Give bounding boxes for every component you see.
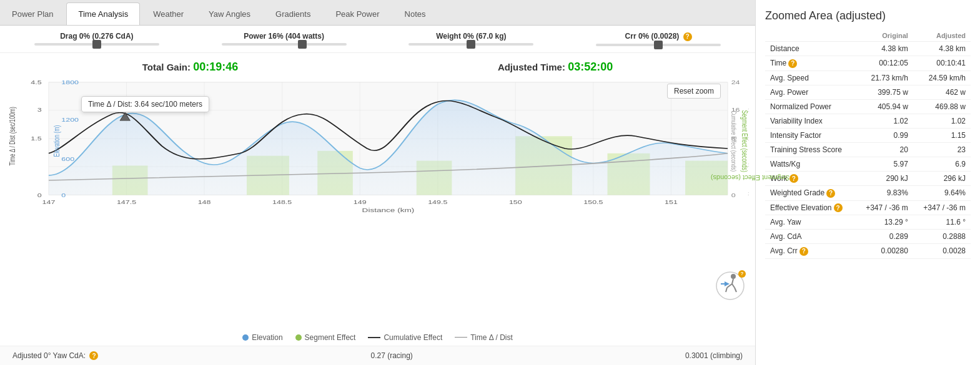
stat-label: Training Stress Score [765,142,856,157]
svg-text:1200: 1200 [61,116,79,122]
stat-original: 405.94 w [856,99,913,114]
cyclist-help-icon[interactable]: ? [738,270,746,278]
svg-text:147.5: 147.5 [117,198,136,205]
svg-text:0: 0 [61,192,66,198]
tab-weather[interactable]: Weather [141,2,196,25]
svg-text:149.5: 149.5 [428,198,447,205]
stat-original: 5.97 [856,157,913,171]
svg-text:Segment Effect (seconds): Segment Effect (seconds) [740,110,749,172]
chart-container[interactable]: 4.5 3 1.5 0 1800 1200 600 0 24 16 8 0 12… [0,77,755,329]
stat-adjusted: 23 [913,142,971,157]
stat-original: 13.29 ° [856,215,913,230]
stat-label: Weighted Grade? [765,186,856,201]
right-panel-title: Zoomed Area (adjusted) [765,9,971,22]
stat-original: 0.99 [856,128,913,142]
reset-zoom-button[interactable]: Reset zoom [667,84,721,99]
drag-slider[interactable] [34,43,159,46]
stat-original: 1.02 [856,114,913,128]
legend-elevation-dot [242,334,249,341]
stat-adjusted: 0.0028 [913,244,971,259]
svg-text:0: 0 [37,192,42,198]
bottom-bar: Adjusted 0° Yaw CdA: ? 0.27 (racing) 0.3… [0,346,755,366]
yaw-cda-label: Adjusted 0° Yaw CdA: [12,351,86,360]
svg-line-54 [732,279,733,284]
stat-adjusted: 9.64% [913,186,971,201]
tab-notes[interactable]: Notes [393,2,438,25]
adjusted-time-item: Adjusted Time: 03:52:00 [498,61,613,74]
legend-cumulative: Cumulative Effect [368,333,442,342]
stat-adjusted: 24.59 km/h [913,71,971,85]
col-adjusted: Adjusted [913,30,971,42]
tab-gradients[interactable]: Gradients [264,2,322,25]
sliders-row: Drag 0% (0.276 CdA) Power 16% (404 watts… [0,26,755,53]
stats-row: Avg. CdA0.2890.2888 [765,230,971,244]
bottom-center: 0.27 (racing) [371,351,413,361]
crr-label: Crr 0% (0.0028) ? [625,32,692,41]
svg-text:150: 150 [509,198,522,205]
crr-slider-group: Crr 0% (0.0028) ? [574,32,743,46]
svg-text:151: 151 [665,198,678,205]
segment-effect-label: Segment Effect (seconds) [711,174,789,182]
power-slider[interactable] [222,43,347,46]
svg-text:149: 149 [354,198,367,205]
stat-label: Distance [765,42,856,56]
tab-time-analysis[interactable]: Time Analysis [66,2,140,25]
stats-row: Avg. Crr?0.002800.0028 [765,244,971,259]
stats-row: Intensity Factor0.991.15 [765,128,971,142]
svg-text:1.5: 1.5 [31,135,41,141]
svg-line-56 [732,284,735,288]
yaw-cda-help-icon[interactable]: ? [89,351,98,360]
legend-elevation: Elevation [242,333,282,342]
stat-original: 0.00280 [856,244,913,259]
tab-power-plan[interactable]: Power Plan [0,2,65,25]
total-gain-label: Total Gain: [142,62,191,72]
stat-original: +347 / -36 m [856,200,913,215]
stat-help-icon[interactable]: ? [826,189,835,198]
svg-text:Distance (km): Distance (km) [362,207,415,213]
right-panel: Zoomed Area (adjusted) Original Adjusted… [755,0,980,365]
tab-peak-power[interactable]: Peak Power [324,2,391,25]
stat-adjusted: 462 w [913,85,971,99]
svg-text:148.5: 148.5 [272,198,292,205]
total-gain-item: Total Gain: 00:19:46 [142,61,238,74]
stat-label: Intensity Factor [765,128,856,142]
weight-label: Weight 0% (67.0 kg) [436,32,506,41]
adjusted-time-value: 03:52:00 [568,61,613,73]
stats-table: Original Adjusted Distance4.38 km4.38 km… [765,30,971,259]
svg-text:147: 147 [42,198,56,205]
stat-adjusted: 469.88 w [913,99,971,114]
legend-timedelta: Time Δ / Dist [455,333,513,342]
stats-row: Effective Elevation?+347 / -36 m+347 / -… [765,200,971,215]
stat-label: Avg. Power [765,85,856,99]
stat-help-icon[interactable]: ? [799,247,808,256]
crr-slider[interactable] [596,44,721,46]
stat-original: 9.83% [856,186,913,201]
stat-original: 290 kJ [856,171,913,186]
stat-help-icon[interactable]: ? [834,203,843,212]
svg-text:Time Δ / Dist (sec/100m): Time Δ / Dist (sec/100m) [7,107,16,165]
stat-label: Avg. CdA [765,230,856,244]
svg-text:24: 24 [731,79,740,85]
stat-adjusted: 00:10:41 [913,56,971,71]
stats-row: Watts/Kg5.976.9 [765,157,971,171]
stats-row: Training Stress Score2023 [765,142,971,157]
svg-text:4.5: 4.5 [31,79,41,85]
crr-help-icon[interactable]: ? [683,32,692,41]
drag-slider-group: Drag 0% (0.276 CdA) [12,32,181,46]
stats-row: Avg. Speed21.73 km/h24.59 km/h [765,71,971,85]
stat-adjusted: 1.15 [913,128,971,142]
chart-svg: 4.5 3 1.5 0 1800 1200 600 0 24 16 8 0 12… [6,77,749,215]
drag-label: Drag 0% (0.276 CdA) [60,32,133,41]
weight-slider[interactable] [408,43,533,46]
stat-adjusted: 4.38 km [913,42,971,56]
stat-original: 0.289 [856,230,913,244]
stat-help-icon[interactable]: ? [789,174,798,183]
svg-text:1800: 1800 [61,79,79,85]
cyclist-icon: ? [715,270,746,301]
adjusted-time-label: Adjusted Time: [498,62,565,72]
tab-yaw-angles[interactable]: Yaw Angles [197,2,262,25]
stats-row: Weighted Grade?9.83%9.64% [765,186,971,201]
legend-segment: Segment Effect [295,333,356,342]
stat-help-icon[interactable]: ? [788,59,797,68]
time-summary: Total Gain: 00:19:46 Adjusted Time: 03:5… [0,53,755,77]
